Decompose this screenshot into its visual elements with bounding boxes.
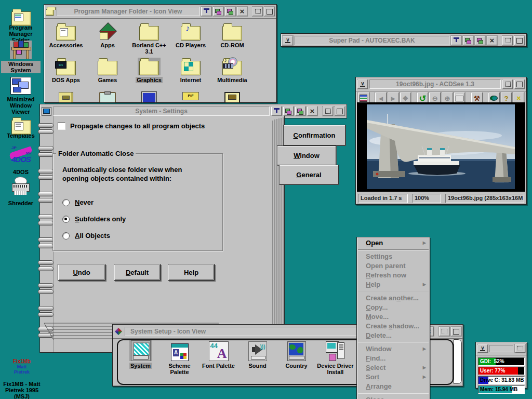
propagate-checkbox[interactable] — [58, 122, 65, 130]
menu-item-delete[interactable]: Delete... — [357, 331, 429, 340]
monitor-titlebar[interactable]: ∨ — [476, 342, 527, 355]
bring-front-button[interactable] — [225, 7, 235, 16]
menu-item-arrange[interactable]: Arrange — [357, 382, 429, 391]
menu-item-select[interactable]: Select▶ — [357, 363, 429, 373]
menu-item-copy[interactable]: Copy... — [357, 303, 429, 312]
radio-subfolders-row[interactable]: Subfolders only — [62, 215, 126, 223]
pm-icon-games[interactable]: Games — [87, 58, 128, 83]
acdsee-statusbar: Loaded in 1.7 s 100% 19oct96b.jpg (285x1… — [356, 193, 526, 204]
desktop: Program Manager Folder Windows System Mi… — [0, 0, 532, 399]
minimize-button[interactable] — [323, 107, 333, 116]
minimize-icon — [325, 109, 331, 114]
unroll-button[interactable]: ∨ — [477, 344, 488, 353]
pm-icon-partial-3[interactable] — [128, 92, 170, 103]
radio-never-label: Never — [75, 198, 94, 206]
send-back-button[interactable] — [213, 7, 223, 16]
rollup-button[interactable]: ∨ — [357, 79, 368, 89]
menu-item-window[interactable]: Window▶ — [357, 344, 429, 354]
menu-item-settings[interactable]: Settings — [357, 252, 429, 261]
pm-icon-partial-4[interactable]: PIF — [170, 92, 211, 103]
rollup-button[interactable] — [271, 107, 282, 116]
propagate-checkbox-row[interactable]: Propagate changes to all program objects — [58, 122, 205, 130]
bring-front-button[interactable] — [295, 107, 305, 116]
pm-icon-multimedia[interactable]: ♪ Multimedia — [211, 58, 253, 83]
menu-item-help[interactable]: Help▶ — [357, 280, 429, 289]
pm-titlebar[interactable]: Program Manager Folder - Icon View × — [44, 5, 276, 19]
pm-icon-cdrom[interactable]: CD-ROM — [211, 23, 253, 55]
maximize-button[interactable] — [514, 79, 525, 89]
menu-item-create-shadow[interactable]: Create shadow... — [357, 322, 429, 331]
menu-item-sort[interactable]: Sort▶ — [357, 373, 429, 382]
minimize-button[interactable] — [439, 327, 449, 336]
minimize-button[interactable] — [252, 7, 263, 16]
desktop-icon-shredder[interactable]: Shredder — [1, 177, 41, 206]
tab-window[interactable]: Window — [277, 145, 336, 165]
pm-icon-graphics[interactable]: Graphics — [128, 58, 170, 83]
spiral-ring — [38, 306, 54, 311]
acdsee-titlebar[interactable]: ∨ 19oct96b.jpg - ACDSee 1.3 — [356, 77, 526, 91]
pm-icon-cd-players[interactable]: ♪ CD Players — [170, 23, 211, 55]
unroll-button[interactable]: ∨ — [283, 36, 293, 45]
pm-icon-partial-1[interactable] — [45, 92, 87, 103]
pm-icon-apps[interactable]: Apps — [87, 23, 128, 55]
close-button[interactable]: × — [237, 7, 247, 16]
pm-icon-borland[interactable]: Borland C++ 3.1 — [128, 23, 170, 55]
setup-icon-system[interactable]: System — [121, 340, 160, 375]
monitor-bars: GDI: 52% User: 77% Drive C: 31.83 MB Mem… — [476, 355, 527, 396]
menu-separator — [358, 393, 429, 394]
desktop-icon-fix1mb[interactable]: Fix1Mb Matt Pietrek Fix1MB - Matt Pietre… — [0, 358, 44, 399]
superpad-titlebar[interactable]: ∨ Super Pad - AUTOEXEC.BAK × — [281, 34, 526, 47]
minimize-button[interactable] — [515, 344, 525, 353]
4dos-icon: JP v6 4DOS — [7, 147, 34, 167]
setup-icon-country[interactable]: Country — [277, 340, 316, 375]
close-button[interactable]: × — [487, 36, 497, 45]
desktop-icon-windows-system[interactable]: Windows System — [1, 41, 41, 73]
pm-icon-internet[interactable]: Internet — [170, 58, 211, 83]
menu-item-close[interactable]: Close — [357, 395, 429, 399]
maximize-button[interactable] — [451, 327, 461, 336]
menu-item-refresh-now[interactable]: Refresh now — [357, 271, 429, 280]
acdsee-title: 19oct96b.jpg - ACDSee 1.3 — [369, 79, 501, 89]
maximize-button[interactable] — [264, 7, 275, 16]
minimized-window-viewer-icon — [10, 77, 31, 95]
desktop-icon-templates[interactable]: Templates — [1, 113, 41, 139]
undo-button[interactable]: Undo — [58, 264, 105, 281]
tab-confirmation[interactable]: Confirmation — [283, 125, 345, 145]
rollup-button[interactable] — [451, 36, 461, 45]
radio-subfolders-label: Subfolders only — [75, 215, 126, 223]
help-button[interactable]: Help — [168, 264, 215, 281]
send-back-button[interactable] — [463, 36, 473, 45]
maximize-button[interactable] — [335, 107, 345, 116]
send-back-button[interactable] — [283, 107, 294, 116]
menu-item-move[interactable]: Move... — [357, 312, 429, 322]
setup-icon-device-driver-install[interactable]: Device Driver Install — [316, 340, 355, 375]
spiral-ring — [38, 221, 54, 225]
pm-icon-partial-2[interactable] — [87, 92, 128, 103]
desktop-icon-program-manager-folder[interactable]: Program Manager Folder — [1, 4, 41, 43]
setup-icon-font-palette[interactable]: 44 A Font Palette — [199, 340, 238, 375]
tab-general[interactable]: General — [279, 165, 339, 184]
rollup-button[interactable] — [201, 7, 211, 16]
menu-item-open-parent[interactable]: Open parent — [357, 261, 429, 271]
menu-item-open[interactable]: Open▶ — [357, 238, 429, 248]
minimize-button[interactable] — [502, 36, 513, 45]
radio-all-objects[interactable] — [62, 232, 70, 240]
menu-item-find[interactable]: Find... — [357, 354, 429, 363]
default-button[interactable]: Default — [114, 264, 161, 281]
desktop-icon-4dos[interactable]: JP v6 4DOS 4DOS — [1, 147, 41, 175]
maximize-button[interactable] — [514, 36, 525, 45]
close-button[interactable]: × — [307, 107, 317, 116]
radio-subfolders-only[interactable] — [62, 216, 70, 223]
pm-icon-accessories[interactable]: Accessories — [45, 23, 87, 55]
menu-item-create-another[interactable]: Create another... — [357, 294, 429, 303]
radio-never-row[interactable]: Never — [62, 198, 94, 206]
pm-icon-dos-apps[interactable]: C:\ DOS Apps — [45, 58, 87, 83]
radio-all-objects-row[interactable]: All Objects — [62, 232, 110, 240]
setup-icon-scheme-palette[interactable]: A Scheme Palette — [160, 340, 199, 375]
radio-never[interactable] — [62, 199, 70, 206]
pm-icon-partial-5[interactable] — [211, 92, 253, 103]
minimize-button[interactable] — [502, 79, 513, 89]
bring-front-button[interactable] — [475, 36, 485, 45]
desktop-icon-minimized-window-viewer[interactable]: Minimized Window Viewer — [1, 77, 41, 115]
setup-icon-sound[interactable]: ))) Sound — [238, 340, 277, 375]
